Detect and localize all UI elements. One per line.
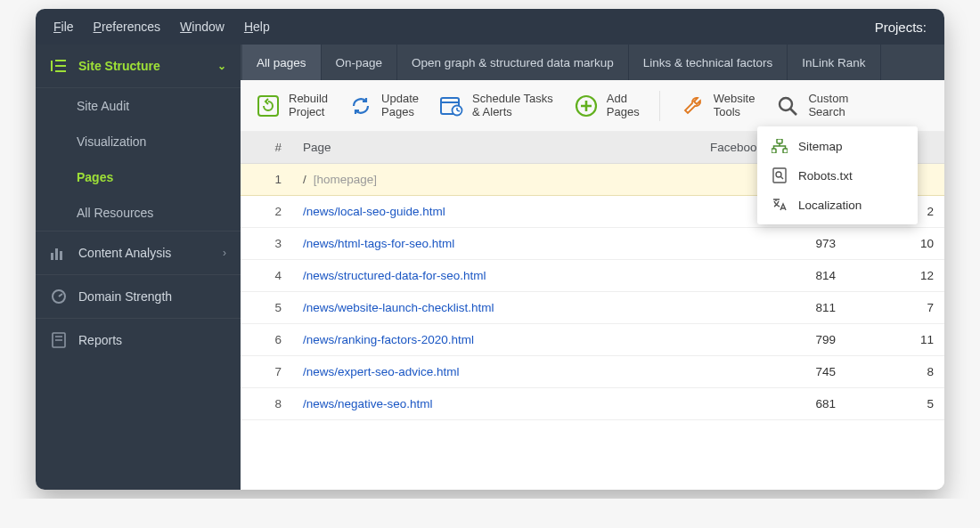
wrench-icon: [680, 93, 706, 119]
svg-rect-6: [60, 251, 62, 260]
schedule-icon: [438, 93, 465, 119]
reports-icon: [50, 331, 68, 349]
col-header-page[interactable]: Page: [292, 132, 620, 164]
popover-item-localization[interactable]: Localization: [757, 191, 918, 219]
page-link[interactable]: /news/html-tags-for-seo.html: [303, 237, 454, 250]
popover-item-label: Localization: [798, 199, 862, 212]
cell-fb: 745: [620, 356, 846, 388]
sidebar-section-label: Reports: [78, 333, 122, 347]
projects-label[interactable]: Projects:: [875, 20, 927, 35]
svg-rect-4: [51, 253, 53, 260]
website-tools-button[interactable]: Website Tools: [680, 93, 755, 119]
tabs-row: All pages On-page Open graph & structure…: [241, 45, 944, 80]
website-tools-popover: Sitemap Robots.txt Localization: [757, 126, 918, 224]
sidebar-section-label: Content Analysis: [78, 246, 171, 260]
sitemap-icon: [770, 139, 789, 153]
cell-page: /news/website-launch-checklist.html: [292, 292, 620, 324]
col-header-num[interactable]: #: [241, 132, 292, 164]
toolbar: Rebuild Project Update Pages Schedule Ta…: [241, 80, 944, 132]
tab-open-graph[interactable]: Open graph & structured data markup: [397, 45, 629, 80]
cell-page: /news/expert-seo-advice.html: [292, 356, 620, 388]
tool-label: Schedule Tasks & Alerts: [472, 93, 553, 119]
sidebar-item-site-audit[interactable]: Site Audit: [36, 88, 241, 124]
rebuild-project-button[interactable]: Rebuild Project: [255, 93, 328, 119]
cell-extra: 8: [846, 356, 944, 388]
search-icon: [774, 93, 801, 119]
cell-extra: 7: [846, 292, 944, 324]
tool-label: Website Tools: [714, 93, 755, 119]
sidebar-item-all-resources[interactable]: All Resources: [36, 195, 241, 231]
svg-point-21: [780, 98, 792, 110]
popover-item-sitemap[interactable]: Sitemap: [757, 132, 918, 160]
cell-num: 8: [241, 388, 292, 420]
table-row[interactable]: 4/news/structured-data-for-seo.html81412: [241, 260, 944, 292]
localization-icon: [770, 198, 789, 212]
page-link[interactable]: /news/expert-seo-advice.html: [303, 365, 460, 378]
cell-fb: 814: [620, 260, 846, 292]
add-icon: [573, 93, 600, 119]
cell-extra: 10: [846, 228, 944, 260]
cell-page: /news/ranking-factors-2020.html: [292, 324, 620, 356]
cell-page: /news/html-tags-for-seo.html: [292, 228, 620, 260]
sidebar-section-label: Site Structure: [78, 59, 160, 73]
cell-num: 6: [241, 324, 292, 356]
cell-page: /news/negative-seo.html: [292, 388, 620, 420]
chevron-right-icon: ›: [223, 247, 226, 259]
menu-bar: File Preferences Window Help Projects:: [36, 9, 944, 45]
update-pages-button[interactable]: Update Pages: [347, 93, 419, 119]
page-link[interactable]: /news/structured-data-for-seo.html: [303, 269, 486, 282]
sidebar-section-reports[interactable]: Reports: [36, 319, 241, 361]
sidebar-item-visualization[interactable]: Visualization: [36, 124, 241, 159]
cell-extra: 11: [846, 324, 944, 356]
menu-window[interactable]: Window: [180, 20, 225, 34]
sidebar-section-domain-strength[interactable]: Domain Strength: [36, 275, 241, 318]
chevron-down-icon: ⌄: [217, 60, 226, 72]
rebuild-icon: [255, 93, 282, 119]
cell-num: 4: [241, 260, 292, 292]
tool-label: Add Pages: [607, 93, 640, 119]
cell-page: /[homepage]: [292, 164, 620, 196]
sidebar-section-content-analysis[interactable]: Content Analysis ›: [36, 232, 241, 274]
table-row[interactable]: 8/news/negative-seo.html6815: [241, 388, 944, 420]
page-link[interactable]: /news/ranking-factors-2020.html: [303, 333, 474, 346]
svg-rect-23: [777, 139, 782, 143]
cell-num: 1: [241, 164, 292, 196]
table-row[interactable]: 7/news/expert-seo-advice.html7458: [241, 356, 944, 388]
cell-num: 5: [241, 292, 292, 324]
main-panel: All pages On-page Open graph & structure…: [241, 45, 944, 490]
tab-inlink-rank[interactable]: InLink Rank: [788, 45, 880, 80]
sidebar-section-site-structure[interactable]: Site Structure ⌄: [36, 45, 241, 88]
popover-item-label: Robots.txt: [798, 169, 853, 183]
robots-icon: [770, 167, 789, 183]
sidebar-section-label: Domain Strength: [78, 289, 172, 304]
popover-item-robots[interactable]: Robots.txt: [757, 160, 918, 191]
page-link[interactable]: /news/local-seo-guide.html: [303, 205, 445, 218]
tab-all-pages[interactable]: All pages: [242, 45, 322, 80]
svg-line-22: [790, 109, 796, 115]
cell-fb: 973: [620, 228, 846, 260]
cell-num: 7: [241, 356, 292, 388]
svg-line-28: [780, 176, 783, 179]
table-row[interactable]: 6/news/ranking-factors-2020.html79911: [241, 324, 944, 356]
cell-num: 3: [241, 228, 292, 260]
svg-rect-5: [55, 248, 58, 260]
add-pages-button[interactable]: Add Pages: [573, 93, 640, 119]
popover-item-label: Sitemap: [798, 140, 843, 153]
domain-strength-icon: [50, 288, 68, 305]
sidebar-item-pages[interactable]: Pages: [36, 159, 241, 195]
table-row[interactable]: 3/news/html-tags-for-seo.html97310: [241, 228, 944, 260]
update-icon: [347, 93, 374, 119]
custom-search-button[interactable]: Custom Search: [774, 93, 848, 119]
table-row[interactable]: 5/news/website-launch-checklist.html8117: [241, 292, 944, 324]
page-link[interactable]: /news/negative-seo.html: [303, 397, 433, 410]
menu-preferences[interactable]: Preferences: [94, 20, 161, 34]
tool-label: Custom Search: [808, 93, 848, 119]
tab-links-technical[interactable]: Links & technical factors: [629, 45, 788, 80]
schedule-tasks-button[interactable]: Schedule Tasks & Alerts: [438, 93, 553, 119]
app-window: File Preferences Window Help Projects: S…: [36, 9, 944, 490]
svg-line-8: [59, 294, 62, 296]
menu-help[interactable]: Help: [244, 20, 270, 34]
tab-on-page[interactable]: On-page: [322, 45, 398, 80]
page-link[interactable]: /news/website-launch-checklist.html: [303, 301, 494, 314]
menu-file[interactable]: File: [53, 20, 74, 34]
